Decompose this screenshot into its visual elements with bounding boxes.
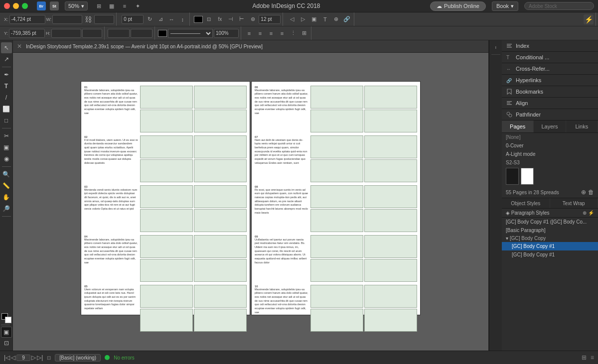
br-icon[interactable]: Br [37, 1, 46, 10]
pt-input[interactable] [259, 15, 281, 24]
style-gc-body-copy-1-selected[interactable]: [GC] Body Copy #1 [502, 242, 598, 250]
x-input[interactable] [9, 15, 45, 24]
text-frame-icon[interactable]: T [320, 14, 330, 24]
next-spread-icon[interactable]: ▷ [298, 14, 308, 24]
hyperlinks-section-header[interactable]: 🔗 Hyperlinks [502, 75, 598, 86]
page-number-input[interactable] [16, 355, 30, 361]
hand-tool[interactable]: ✋ [1, 192, 12, 203]
style-options-icon[interactable]: ⚡ [588, 210, 594, 216]
columns-icon[interactable]: ⋮ [288, 28, 298, 38]
fill-stroke-indicator[interactable] [1, 313, 11, 323]
align-center-text-icon[interactable]: ≡ [255, 28, 265, 38]
stroke-weight-icon[interactable]: ⊡ [204, 14, 214, 24]
close-button[interactable] [4, 3, 10, 9]
h-input[interactable] [51, 29, 81, 38]
pages-tab[interactable]: Pages [502, 121, 534, 132]
selection-tool[interactable]: ↖ [1, 42, 12, 53]
stroke-style-select[interactable]: —————— [168, 29, 213, 38]
bookmarks-section-header[interactable]: Bookmarks [502, 86, 598, 97]
links-tab[interactable]: Links [566, 121, 598, 132]
align-section-header[interactable]: Align [502, 98, 598, 109]
add-style-icon[interactable]: ⊕ [583, 210, 587, 216]
object-styles-tab[interactable]: Object Styles [502, 198, 550, 208]
conditional-section-header[interactable]: T Conditional ... [502, 52, 598, 63]
link-icon[interactable]: ⊕ [331, 14, 341, 24]
prev-spread-icon[interactable]: ◁ [287, 14, 297, 24]
status-end-icon[interactable]: ≡ [591, 354, 594, 361]
mode-indicator[interactable]: [Basic] (working) [55, 354, 101, 362]
quick-apply-button[interactable]: ⚡ [584, 14, 594, 24]
pages-cover-item[interactable]: 0-Cover [502, 141, 598, 150]
maximize-button[interactable] [22, 3, 28, 9]
crossref-section-header[interactable]: ↔ Cross-Refer... [502, 63, 598, 74]
shear-input[interactable] [131, 29, 152, 38]
index-section-header[interactable]: Index [502, 40, 598, 51]
grid-view-icon[interactable]: ⊞ [299, 28, 309, 38]
text-wrap-tab[interactable]: Text Wrap [550, 198, 598, 208]
minimize-button[interactable] [13, 3, 19, 9]
last-page-button[interactable]: ▷| [37, 354, 43, 361]
measure-tool[interactable]: 📏 [1, 180, 12, 191]
pathfinder-section-header[interactable]: Pathfinder [502, 109, 598, 120]
view-icon-1[interactable]: ⊞ [94, 1, 104, 11]
effects-icon[interactable]: fx [215, 14, 225, 24]
index-panel-icon[interactable]: I [491, 42, 501, 52]
prev-page-button[interactable]: ◁ [11, 354, 15, 361]
normal-mode-btn[interactable]: ⊡ [1, 338, 12, 349]
pen-tool[interactable]: ✒ [1, 69, 12, 80]
justify-text-icon[interactable]: ≡ [277, 28, 287, 38]
gradient-tool[interactable]: ▣ [1, 142, 12, 153]
zoom-tool[interactable]: 🔎 [1, 203, 12, 214]
preview-mode-btn[interactable]: ▣ [1, 327, 12, 338]
align-left-text-icon[interactable]: ≡ [244, 28, 254, 38]
style-gc-body-copy-1-b[interactable]: [GC] Body Copy #1 [502, 250, 598, 259]
h-value-input[interactable] [82, 29, 102, 38]
style-basic-paragraph[interactable]: [Basic Paragraph] [502, 226, 598, 235]
constrain-proportions-icon[interactable]: ⛓ [83, 14, 93, 24]
book-button[interactable]: Book ▾ [492, 1, 518, 11]
flip-h-icon[interactable]: ↔ [166, 14, 176, 24]
align-center-icon[interactable]: ⊢ [237, 14, 247, 24]
zoom-control[interactable]: 50% ▾ [65, 1, 88, 10]
w-input[interactable] [52, 15, 82, 24]
scissors-tool[interactable]: ✂ [1, 130, 12, 141]
rotate-input[interactable] [122, 15, 144, 24]
add-page-icon[interactable]: ⊕ [581, 189, 586, 196]
relink-icon[interactable]: 🔗 [342, 14, 352, 24]
fill-color[interactable] [158, 30, 167, 37]
left-page[interactable]: 01 Maximende laborare, solupidebis ipsu-… [81, 81, 250, 315]
rotate-icon[interactable]: ↻ [145, 14, 154, 24]
line-tool[interactable]: / [1, 92, 12, 103]
first-page-button[interactable]: |◁ [4, 354, 10, 361]
right-page[interactable]: 06 Maximende laborare, solupidebis ipsu-… [251, 81, 421, 315]
publish-online-button[interactable]: ☁ Publish Online [430, 1, 486, 11]
y-input[interactable] [9, 29, 45, 38]
frame-tool[interactable]: ⬜ [1, 104, 12, 115]
tab-close-button[interactable]: ✕ [17, 43, 22, 50]
align-right-text-icon[interactable]: ≡ [266, 28, 276, 38]
next-page-button[interactable]: ▷ [31, 354, 36, 361]
canvas[interactable]: 01 Maximende laborare, solupidebis ipsu-… [13, 53, 488, 351]
view-icon-3[interactable]: ≡ [120, 1, 130, 11]
pages-alight-item[interactable]: A-Light mode [502, 150, 598, 158]
swatch-tool[interactable]: ◉ [1, 153, 12, 164]
angle-input[interactable] [108, 29, 130, 38]
style-gc-body-copy-1-full[interactable]: [GC] Body Copy #1 ([GC] Body Co... [502, 218, 598, 226]
type-tool[interactable]: T [1, 81, 12, 92]
view-icon-2[interactable]: ▦ [107, 1, 117, 11]
view-options-icon[interactable]: ⊞ [582, 354, 587, 361]
w-value-input[interactable] [94, 15, 114, 24]
thumb-dark-page[interactable] [506, 168, 519, 185]
wand-icon[interactable]: ✦ [133, 1, 143, 11]
group-collapse-icon[interactable]: ▾ [506, 236, 508, 241]
layers-tab[interactable]: Layers [534, 121, 566, 132]
direct-selection-tool[interactable]: ↗ [1, 54, 12, 65]
rectangle-tool[interactable]: □ [1, 115, 12, 126]
delete-page-icon[interactable]: 🗑 [588, 189, 594, 196]
frame-icon[interactable]: ▣ [309, 14, 319, 24]
stroke-color[interactable] [194, 16, 203, 23]
st-icon[interactable]: St [50, 1, 59, 10]
corner-icon[interactable]: ⊛ [248, 14, 258, 24]
opacity-input[interactable] [214, 29, 239, 38]
shear-icon[interactable]: ⊿ [155, 14, 165, 24]
